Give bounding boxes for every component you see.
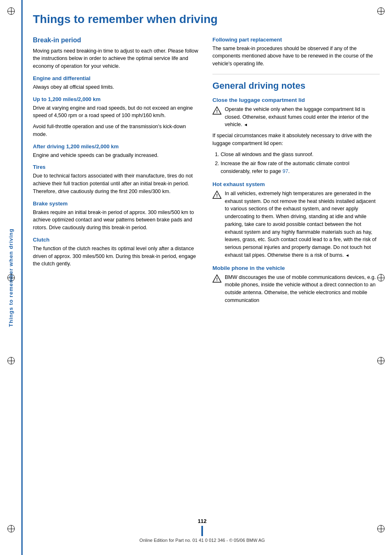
break-in-intro: Moving parts need breaking-in time to ad… (33, 47, 200, 70)
two-column-layout: Break-in period Moving parts need breaki… (33, 37, 380, 308)
brake-text: Brakes require an initial break-in perio… (33, 209, 200, 232)
footer-text: Online Edition for Part no. 01 41 0 012 … (139, 538, 265, 543)
left-column: Break-in period Moving parts need breaki… (33, 37, 200, 308)
brake-heading: Brake system (33, 200, 200, 207)
page-container: Things to remember when driving Things t… (0, 0, 392, 555)
mobile-warning-block: ! BMW discourages the use of mobile comm… (212, 274, 380, 304)
upto1200-text1: Drive at varying engine and road speeds,… (33, 104, 200, 120)
list-item: Close all windows and the glass sunroof. (221, 151, 380, 159)
clutch-text: The function of the clutch reaches its o… (33, 245, 200, 268)
list-item: Increase the air flow rate of the automa… (221, 160, 380, 175)
tires-heading: Tires (33, 164, 200, 170)
engine-text: Always obey all official speed limits. (33, 83, 200, 91)
hot-exhaust-warning-text: In all vehicles, extremely high temperat… (225, 190, 380, 259)
warning-icon-luggage: ! (212, 106, 221, 115)
triangle-end-luggage: ◄ (244, 122, 248, 127)
warning-icon-mobile: ! (212, 274, 221, 283)
sidebar-text: Things to remember when driving (8, 228, 14, 327)
section-divider (212, 74, 380, 74)
hot-exhaust-heading: Hot exhaust system (212, 181, 380, 187)
following-heading: Following part replacement (212, 37, 380, 43)
sidebar: Things to remember when driving (0, 0, 23, 555)
svg-text:!: ! (216, 109, 218, 114)
triangle-end-exhaust: ◄ (345, 253, 349, 258)
right-column: Following part replacement The same brea… (212, 37, 380, 308)
following-text: The same break-in procedures should be o… (212, 45, 380, 68)
page-ref-link: 97 (283, 168, 288, 174)
page-footer: 112 Online Edition for Part no. 01 41 0 … (25, 518, 380, 543)
page-title: Things to remember when driving (33, 12, 380, 26)
hot-exhaust-warning-block: ! In all vehicles, extremely high temper… (212, 190, 380, 259)
after1200-text: Engine and vehicle speeds can be gradual… (33, 152, 200, 159)
luggage-list: Close all windows and the glass sunroof.… (221, 151, 380, 175)
break-in-heading: Break-in period (33, 37, 200, 44)
luggage-warning-text: Operate the vehicle only when the luggag… (225, 106, 380, 129)
clutch-heading: Clutch (33, 237, 200, 243)
svg-text:!: ! (216, 277, 218, 282)
luggage-text: If special circumstances make it absolut… (212, 132, 380, 147)
footer-line (201, 526, 203, 536)
mobile-heading: Mobile phone in the vehicle (212, 265, 380, 271)
luggage-heading: Close the luggage compartment lid (212, 97, 380, 103)
upto1200-heading: Up to 1,200 miles/2,000 km (33, 96, 200, 102)
mobile-warning-text: BMW discourages the use of mobile commun… (225, 274, 380, 304)
reg-mark-cr (377, 357, 385, 364)
luggage-warning-block: ! Operate the vehicle only when the lugg… (212, 106, 380, 129)
after1200-heading: After driving 1,200 miles/2,000 km (33, 143, 200, 150)
upto1200-text2: Avoid full-throttle operation and use of… (33, 123, 200, 138)
svg-text:!: ! (216, 193, 218, 198)
page-number: 112 (198, 518, 207, 524)
main-content: Things to remember when driving Break-in… (25, 0, 392, 320)
reg-mark-tr (377, 7, 385, 15)
general-heading: General driving notes (212, 81, 380, 91)
tires-text: Due to technical factors associated with… (33, 172, 200, 195)
warning-icon-exhaust: ! (212, 190, 221, 199)
reg-mark-mr (377, 274, 385, 281)
engine-heading: Engine and differential (33, 75, 200, 81)
